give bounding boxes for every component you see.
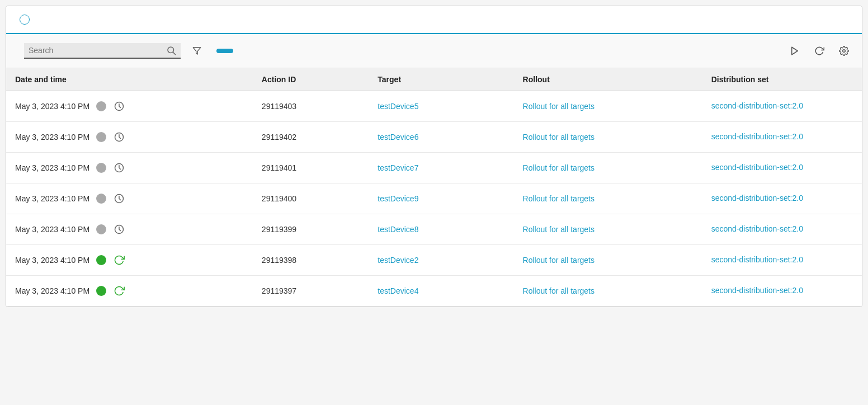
panel-header-actions (815, 12, 853, 27)
dist-set-link[interactable]: second-distribution-set:2.0 (711, 101, 803, 110)
col-header-target: Target (369, 68, 513, 91)
table-row: May 3, 2023 4:10 PM 29119397 testDevice4… (6, 276, 862, 307)
date-cell: May 3, 2023 4:10 PM (6, 276, 253, 307)
target-cell: testDevice2 (369, 245, 513, 276)
date-text: May 3, 2023 4:10 PM (15, 256, 89, 265)
date-cell: May 3, 2023 4:10 PM (6, 153, 253, 183)
action-id-cell: 29119398 (253, 245, 369, 276)
status-icon (113, 285, 125, 297)
action-id-cell: 29119400 (253, 183, 369, 214)
rollout-link[interactable]: Rollout for all targets (523, 194, 595, 203)
panel-title-group (15, 15, 30, 25)
table-row: May 3, 2023 4:10 PM 29119402 testDevice6… (6, 122, 862, 153)
svg-point-0 (168, 47, 174, 53)
target-link[interactable]: testDevice7 (378, 163, 418, 172)
dist-set-link[interactable]: second-distribution-set:2.0 (711, 194, 803, 202)
status-dot (96, 286, 106, 296)
rollout-link[interactable]: Rollout for all targets (523, 286, 595, 295)
rollout-link[interactable]: Rollout for all targets (523, 256, 595, 265)
rollout-cell: Rollout for all targets (514, 214, 702, 245)
rollout-link[interactable]: Rollout for all targets (523, 102, 595, 111)
action-id-cell: 29119401 (253, 153, 369, 183)
panel-header (6, 6, 862, 34)
target-link[interactable]: testDevice4 (378, 286, 418, 295)
target-cell: testDevice8 (369, 214, 513, 245)
date-text: May 3, 2023 4:10 PM (15, 225, 89, 234)
action-id-cell: 29119397 (253, 276, 369, 307)
refresh-button[interactable] (810, 42, 828, 60)
date-text: May 3, 2023 4:10 PM (15, 163, 89, 172)
svg-line-1 (173, 53, 176, 55)
dist-set-cell: second-distribution-set:2.0 (702, 245, 862, 276)
dist-set-cell: second-distribution-set:2.0 (702, 153, 862, 183)
dist-set-cell: second-distribution-set:2.0 (702, 122, 862, 153)
status-dot (96, 194, 106, 204)
dist-set-cell: second-distribution-set:2.0 (702, 214, 862, 245)
play-button[interactable] (786, 42, 804, 60)
settings-button[interactable] (835, 42, 853, 60)
svg-point-4 (843, 50, 846, 53)
action-id-text: 29119402 (262, 133, 296, 142)
dist-set-link[interactable]: second-distribution-set:2.0 (711, 163, 803, 172)
action-id-cell: 29119403 (253, 91, 369, 122)
dist-set-link[interactable]: second-distribution-set:2.0 (711, 132, 803, 141)
rollout-cell: Rollout for all targets (514, 91, 702, 122)
action-id-cell: 29119399 (253, 214, 369, 245)
action-id-text: 29119399 (262, 225, 296, 234)
dist-set-link[interactable]: second-distribution-set:2.0 (711, 255, 803, 264)
target-cell: testDevice4 (369, 276, 513, 307)
action-id-text: 29119400 (262, 194, 296, 203)
rollout-link[interactable]: Rollout for all targets (523, 225, 595, 234)
target-cell: testDevice5 (369, 91, 513, 122)
search-button[interactable] (166, 45, 176, 55)
toolbar (6, 34, 862, 68)
table-header-row: Date and time Action ID Target Rollout D… (6, 68, 862, 91)
svg-marker-3 (792, 47, 798, 55)
status-dot (96, 224, 106, 234)
dist-set-cell: second-distribution-set:2.0 (702, 276, 862, 307)
status-icon (113, 223, 125, 236)
status-dot (96, 163, 106, 173)
col-header-date: Date and time (6, 68, 253, 91)
action-id-text: 29119401 (262, 163, 296, 172)
status-icon (113, 131, 125, 143)
dist-set-cell: second-distribution-set:2.0 (702, 183, 862, 214)
info-icon[interactable] (20, 15, 30, 25)
rollout-link[interactable]: Rollout for all targets (523, 133, 595, 142)
target-link[interactable]: testDevice6 (378, 133, 418, 142)
minimize-button[interactable] (815, 12, 831, 27)
dist-set-link[interactable]: second-distribution-set:2.0 (711, 224, 803, 233)
status-dot (96, 255, 106, 265)
action-id-text: 29119403 (262, 102, 296, 111)
search-wrapper (24, 43, 181, 59)
target-cell: testDevice6 (369, 122, 513, 153)
date-text: May 3, 2023 4:10 PM (15, 102, 89, 111)
target-link[interactable]: testDevice2 (378, 256, 418, 265)
rollout-cell: Rollout for all targets (514, 153, 702, 183)
filter-tag (216, 49, 233, 53)
date-text: May 3, 2023 4:10 PM (15, 194, 89, 203)
dist-set-link[interactable]: second-distribution-set:2.0 (711, 286, 803, 295)
table-row: May 3, 2023 4:10 PM 29119401 testDevice7… (6, 153, 862, 183)
col-header-rollout: Rollout (514, 68, 702, 91)
table-row: May 3, 2023 4:10 PM 29119399 testDevice8… (6, 214, 862, 245)
date-cell: May 3, 2023 4:10 PM (6, 91, 253, 122)
status-dot (96, 132, 106, 142)
target-link[interactable]: testDevice5 (378, 102, 418, 111)
action-id-text: 29119398 (262, 256, 296, 265)
rollout-link[interactable]: Rollout for all targets (523, 163, 595, 172)
filter-button[interactable] (187, 44, 210, 58)
dist-set-cell: second-distribution-set:2.0 (702, 91, 862, 122)
col-header-action-id: Action ID (253, 68, 369, 91)
status-icon (113, 100, 125, 112)
target-link[interactable]: testDevice8 (378, 225, 418, 234)
search-input[interactable] (29, 46, 166, 55)
table-row: May 3, 2023 4:10 PM 29119400 testDevice9… (6, 183, 862, 214)
actions-panel: Date and time Action ID Target Rollout D… (6, 6, 862, 307)
target-link[interactable]: testDevice9 (378, 194, 418, 203)
expand-button[interactable] (837, 12, 853, 27)
actions-table: Date and time Action ID Target Rollout D… (6, 68, 862, 307)
target-cell: testDevice9 (369, 183, 513, 214)
rollout-cell: Rollout for all targets (514, 122, 702, 153)
date-text: May 3, 2023 4:10 PM (15, 286, 89, 295)
